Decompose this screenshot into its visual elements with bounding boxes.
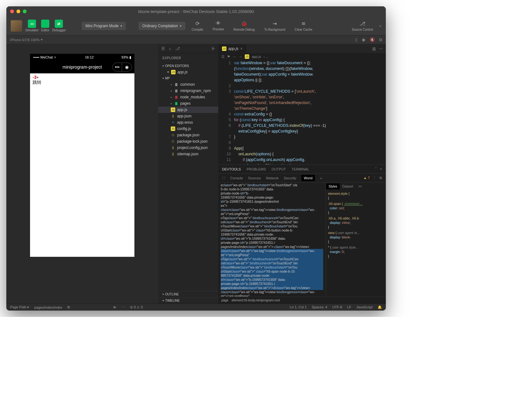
- file-package-lock.json[interactable]: ⬡package-lock.json: [158, 138, 218, 145]
- folder-pages[interactable]: ▸▇pages: [158, 100, 218, 107]
- wxml-tree[interactable]: eclass="wx-str">" bindtouchstart="onTouc…: [218, 182, 326, 297]
- close-icon[interactable]: [10, 9, 14, 13]
- page-path[interactable]: pages/index/index: [34, 306, 62, 309]
- tab-devtools[interactable]: DEVTOOLS: [222, 167, 241, 171]
- close-icon[interactable]: ×: [380, 167, 382, 171]
- branch-icon[interactable]: ⎇: [175, 46, 180, 51]
- mode-debugger[interactable]: ⇄Debugger: [52, 20, 66, 32]
- cursor-position[interactable]: Ln 1, Col 1: [290, 305, 307, 309]
- close-icon[interactable]: ×: [240, 46, 243, 51]
- jump-link[interactable]: 跳转: [33, 80, 132, 85]
- menu-icon[interactable]: •••: [113, 63, 122, 71]
- clear-cache-button[interactable]: ≋Clear Cache: [292, 21, 316, 31]
- subtab-security[interactable]: Security: [284, 176, 296, 180]
- copy-icon[interactable]: ⧉: [67, 305, 70, 309]
- record-icon[interactable]: ◉: [362, 37, 365, 42]
- avatar[interactable]: [11, 20, 22, 32]
- page-path-label[interactable]: Page Path ▾: [10, 305, 29, 309]
- file-config.js[interactable]: JSconfig.js: [158, 126, 218, 132]
- more-icon[interactable]: »: [320, 176, 322, 180]
- compilation-dropdown[interactable]: Ordinary Compilation: [139, 22, 185, 30]
- carrier: ••••• WeChat: [33, 55, 53, 59]
- preview-button[interactable]: 👁Preview: [209, 21, 227, 31]
- inspect-icon[interactable]: ⬚: [222, 176, 225, 180]
- code-body[interactable]: 1234567891011 var fakeWindow = {};var fa…: [218, 60, 386, 164]
- indent[interactable]: Spaces: 4: [312, 305, 327, 309]
- dock-icon[interactable]: ⧉: [379, 176, 382, 180]
- tab-dataset[interactable]: Dataset: [340, 183, 355, 189]
- file-project.config.json[interactable]: {}project.config.json: [158, 145, 218, 151]
- mode-editor[interactable]: Editor: [41, 20, 49, 32]
- eye-icon[interactable]: 👁: [113, 306, 116, 309]
- error-count[interactable]: ⊘ 0 ⚠ 0: [130, 305, 143, 309]
- mute-icon[interactable]: 🔇: [370, 37, 375, 42]
- target-icon[interactable]: ◉: [122, 63, 132, 71]
- toggle-icon[interactable]: ⊪: [212, 46, 215, 51]
- counter-value: -3: [33, 75, 36, 80]
- phone-statusbar: ••••• WeChat ᯤ 16:12 93% ▮: [30, 54, 134, 61]
- open-editor-file[interactable]: ×JSapp.js: [158, 69, 218, 75]
- copy-icon[interactable]: ⧉: [379, 37, 382, 42]
- minimize-icon[interactable]: [16, 9, 20, 13]
- subtab-sources[interactable]: Sources: [248, 176, 261, 180]
- compile-button[interactable]: ⟳Compile: [188, 21, 207, 31]
- folder-miniprogram_npm[interactable]: ▸▇miniprogram_npm: [158, 88, 218, 94]
- device-icon[interactable]: ▯: [355, 37, 357, 42]
- devtools-subtabs: ⬚ Console Sources Network Security Wxml …: [218, 174, 386, 182]
- tab-app-js[interactable]: JS app.js ×: [218, 44, 246, 53]
- search-icon[interactable]: ⌕: [169, 46, 171, 51]
- subtab-console[interactable]: Console: [230, 176, 243, 180]
- crumb-element[interactable]: element.h5-body.miniprogram-root: [231, 299, 280, 302]
- encoding[interactable]: UTF-8: [332, 305, 342, 309]
- file-app.js[interactable]: JSapp.js: [158, 107, 218, 113]
- warning-badge[interactable]: ▲ 7: [363, 176, 370, 180]
- subtab-wxml[interactable]: Wxml: [301, 175, 315, 181]
- split-icon[interactable]: ▥: [372, 46, 376, 51]
- device-dropdown[interactable]: iPhone 6/7/8 100%: [10, 38, 40, 42]
- back-icon[interactable]: ←: [233, 55, 236, 59]
- tab-styles[interactable]: Styles: [326, 183, 340, 189]
- battery-text: 93%: [121, 55, 128, 59]
- file-package.json[interactable]: ⬡package.json: [158, 132, 218, 138]
- more-icon[interactable]: ⋯: [379, 46, 383, 51]
- tab-more[interactable]: >>: [356, 183, 365, 189]
- phone-frame: ••••• WeChat ᯤ 16:12 93% ▮ miniprogram-p…: [30, 54, 134, 257]
- program-mode-dropdown[interactable]: Mini Program Mode: [82, 22, 126, 30]
- list-icon[interactable]: ☰: [161, 46, 165, 51]
- folder-node_modules[interactable]: ▸▇node_modules: [158, 94, 218, 100]
- crumb-page[interactable]: page: [221, 299, 228, 302]
- devtools-crumb: page element.h5-body.miniprogram-root: [218, 297, 386, 304]
- language[interactable]: JavaScript: [356, 305, 373, 309]
- mode-simulator[interactable]: ▭Simulator: [25, 20, 39, 32]
- chevron-up-icon[interactable]: ˄: [375, 167, 377, 171]
- root-folder[interactable]: MP: [158, 75, 218, 81]
- list-icon[interactable]: ☰: [221, 55, 225, 59]
- file-app.json[interactable]: {}app.json: [158, 113, 218, 119]
- remote-debug-button[interactable]: 🐞Remote Debug: [230, 21, 258, 31]
- file-app.wxss[interactable]: #app.wxss: [158, 119, 218, 126]
- file-sitemap.json[interactable]: {}sitemap.json: [158, 151, 218, 157]
- timeline-section[interactable]: TIMELINE: [158, 297, 218, 304]
- eol[interactable]: LF: [347, 305, 351, 309]
- maximize-icon[interactable]: [23, 9, 27, 13]
- tab-terminal[interactable]: TERMINAL: [292, 167, 309, 171]
- subtab-network[interactable]: Network: [266, 176, 279, 180]
- close-icon[interactable]: ×: [167, 70, 169, 74]
- open-editors-section[interactable]: OPEN EDITORS: [158, 63, 218, 69]
- tab-output[interactable]: OUTPUT: [272, 167, 286, 171]
- counter-plus[interactable]: +: [36, 75, 39, 80]
- background-button[interactable]: ⇥To Background: [261, 21, 288, 31]
- bookmark-icon[interactable]: ⚑: [227, 55, 230, 59]
- tab-problems[interactable]: PROBLEMS: [247, 167, 266, 171]
- kebab-icon[interactable]: ⋮: [373, 176, 376, 180]
- folder-common[interactable]: ▸▇common: [158, 81, 218, 88]
- phone-content[interactable]: -3+ 跳转: [30, 73, 134, 257]
- forward-icon[interactable]: →: [239, 55, 242, 59]
- outline-section[interactable]: OUTLINE: [158, 291, 218, 297]
- source-control-button[interactable]: ⎇Source Control: [349, 21, 376, 31]
- more-icon[interactable]: »: [379, 24, 381, 28]
- bell-icon[interactable]: 🔔: [378, 305, 382, 309]
- more-icon[interactable]: ⋯: [121, 305, 125, 309]
- breadcrumb[interactable]: ☰ ⚑ ← → JS app.js › ...: [218, 53, 386, 60]
- styles-body[interactable]: element.style {}.h5-span { ./common/… co…: [326, 190, 386, 297]
